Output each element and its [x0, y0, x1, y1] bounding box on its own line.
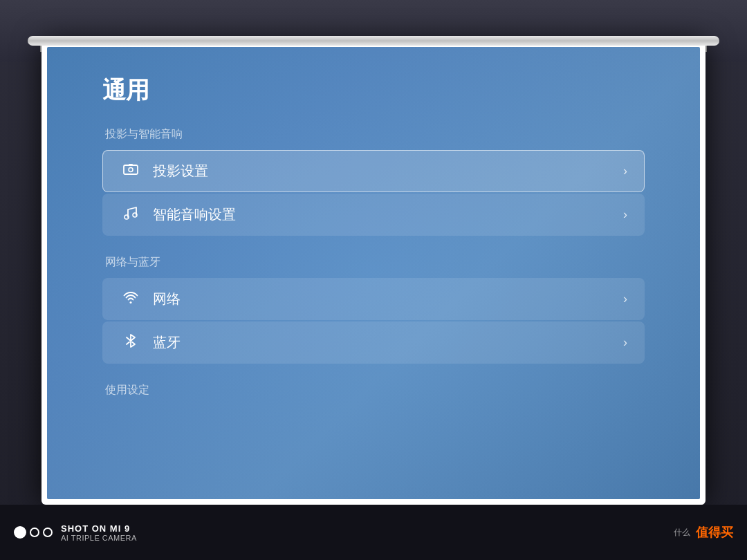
music-icon: [120, 206, 142, 223]
bottom-bar: SHOT ON MI 9 AI TRIPLE CAMERA 什么 值得买: [0, 505, 747, 560]
screen-frame: 通用 投影与智能音响 投影设置 ›: [42, 41, 706, 505]
menu-item-smart-speaker[interactable]: 智能音响设置 ›: [102, 194, 645, 236]
projection-settings-label: 投影设置: [153, 162, 623, 180]
smart-speaker-chevron: ›: [623, 207, 627, 222]
brand-prefix: 什么: [674, 527, 690, 539]
brand-logo: 什么 值得买: [674, 524, 733, 541]
screen-roller: [28, 36, 719, 46]
menu-item-network[interactable]: 网络 ›: [102, 278, 645, 320]
projection-icon: [120, 163, 142, 179]
section-projection: 投影与智能音响 投影设置 ›: [102, 127, 645, 236]
svg-rect-0: [124, 165, 138, 174]
section-label-network: 网络与蓝牙: [105, 255, 645, 270]
bluetooth-chevron: ›: [623, 335, 627, 350]
network-chevron: ›: [623, 292, 627, 306]
section-label-projection: 投影与智能音响: [105, 127, 645, 142]
bluetooth-icon: [120, 333, 142, 352]
dot-small-2: [43, 528, 53, 537]
wifi-icon: [120, 290, 142, 308]
menu-item-bluetooth[interactable]: 蓝牙 ›: [102, 321, 645, 364]
section-network: 网络与蓝牙 网络 ›: [102, 255, 645, 364]
svg-point-1: [129, 168, 133, 172]
smart-speaker-label: 智能音响设置: [153, 205, 623, 224]
screen-content: 通用 投影与智能音响 投影设置 ›: [47, 47, 700, 499]
dot-small-1: [30, 528, 39, 537]
shot-info: SHOT ON MI 9 AI TRIPLE CAMERA: [14, 523, 137, 542]
shot-line2: AI TRIPLE CAMERA: [61, 534, 137, 542]
shot-text: SHOT ON MI 9 AI TRIPLE CAMERA: [61, 523, 137, 542]
svg-rect-2: [129, 164, 133, 165]
page-title: 通用: [102, 75, 645, 106]
projection-settings-chevron: ›: [623, 164, 627, 178]
menu-item-projection-settings[interactable]: 投影设置 ›: [102, 150, 645, 192]
settings-panel: 通用 投影与智能音响 投影设置 ›: [102, 75, 645, 472]
section-label-usage: 使用设定: [105, 383, 645, 398]
bluetooth-label: 蓝牙: [153, 333, 623, 352]
section-usage: 使用设定: [102, 383, 645, 398]
dot-large: [14, 526, 26, 539]
shot-line1: SHOT ON MI 9: [61, 523, 137, 534]
camera-dots: [14, 526, 53, 539]
brand-text: 值得买: [696, 524, 733, 541]
network-label: 网络: [153, 290, 623, 308]
